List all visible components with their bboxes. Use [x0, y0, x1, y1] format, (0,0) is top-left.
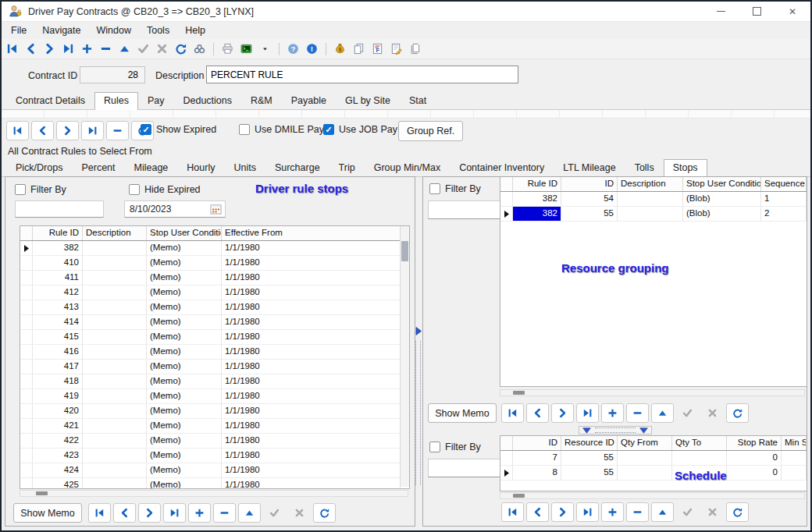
column-header-description[interactable]: Description	[618, 177, 683, 191]
tab-r-m[interactable]: R&M	[241, 92, 282, 109]
grid-cell[interactable]: 1/1/1980	[222, 286, 401, 300]
grid-cell[interactable]	[83, 330, 147, 344]
grid-cell[interactable]: 416	[33, 345, 83, 359]
grid-cell[interactable]	[83, 241, 147, 255]
column-header-stop-user-condition[interactable]: Stop User Condition	[147, 226, 222, 240]
grid-cell[interactable]: (Memo)	[147, 300, 222, 314]
cancel-button[interactable]	[288, 503, 311, 523]
delete-button[interactable]	[106, 121, 129, 140]
grid-cell[interactable]	[83, 256, 147, 270]
grid-cell[interactable]: 1/1/1980	[222, 241, 401, 255]
table-row[interactable]: 411(Memo)1/1/1980	[20, 271, 401, 286]
grid-cell[interactable]	[83, 345, 147, 359]
prior-button[interactable]	[113, 503, 136, 523]
grid-cell[interactable]: 415	[33, 330, 83, 344]
grid-cell[interactable]	[618, 451, 672, 465]
tab-pay[interactable]: Pay	[138, 92, 174, 109]
tab-trip[interactable]: Trip	[329, 159, 365, 176]
grid-cell[interactable]: 382	[513, 192, 561, 206]
grid-cell[interactable]: (Memo)	[147, 434, 222, 448]
grid-cell[interactable]	[83, 315, 147, 329]
first-button[interactable]	[501, 403, 524, 423]
tab-hourly[interactable]: Hourly	[177, 159, 224, 176]
cancel-button[interactable]	[701, 403, 724, 423]
tab-ltl-mileage[interactable]: LTL Mileage	[554, 159, 625, 176]
minimize-button[interactable]	[703, 2, 739, 21]
grid-cell[interactable]: 411	[33, 271, 83, 285]
grid-cell[interactable]	[672, 451, 727, 465]
grid-cell[interactable]	[83, 374, 147, 388]
grid-cell[interactable]: 410	[33, 256, 83, 270]
refresh-button[interactable]	[726, 403, 749, 423]
duplicate-icon[interactable]	[408, 42, 422, 55]
tab-pick-drops[interactable]: Pick/Drops	[6, 159, 72, 176]
grid-cell[interactable]: 0	[727, 466, 782, 480]
table-row[interactable]: 413(Memo)1/1/1980	[20, 300, 401, 315]
splitter-collapse-right-icon[interactable]	[415, 325, 422, 339]
tab-contract-details[interactable]: Contract Details	[6, 92, 94, 109]
description-field[interactable]	[206, 66, 518, 83]
column-header-id[interactable]: ID	[513, 436, 561, 450]
use-job-pay-checkbox[interactable]: Use JOB Pay	[323, 124, 397, 135]
grid-cell[interactable]	[83, 419, 147, 433]
grid-cell[interactable]: 0	[727, 451, 782, 465]
last-icon[interactable]	[62, 42, 75, 55]
table-row[interactable]: 421(Memo)1/1/1980	[20, 419, 401, 434]
grid-cell[interactable]: 1	[761, 192, 807, 206]
column-header-stop-user-condition[interactable]: Stop User Condition	[683, 177, 761, 191]
edit-memo-icon[interactable]	[390, 42, 403, 55]
menu-item-help[interactable]: Help	[177, 25, 213, 36]
grid-cell[interactable]: 1/1/1980	[222, 360, 401, 374]
copy-icon[interactable]	[352, 42, 365, 55]
grid-cell[interactable]: 424	[33, 463, 83, 477]
help-icon[interactable]: ?	[287, 42, 300, 55]
cancel-button[interactable]	[701, 502, 724, 522]
move-up-icon[interactable]	[118, 42, 131, 55]
grid-cell[interactable]: 1/1/1980	[222, 389, 401, 403]
grid-cell[interactable]	[782, 451, 807, 465]
move-up-button[interactable]	[238, 503, 261, 523]
console-icon[interactable]	[240, 42, 253, 55]
tab-tolls[interactable]: Tolls	[625, 159, 664, 176]
grid-cell[interactable]: 423	[33, 449, 83, 463]
grid-cell[interactable]: (Memo)	[147, 360, 222, 374]
tab-container-inventory[interactable]: Container Inventory	[450, 159, 554, 176]
tab-deductions[interactable]: Deductions	[173, 92, 241, 109]
menu-item-tools[interactable]: Tools	[139, 25, 177, 36]
scrollbar-thumb[interactable]	[401, 241, 408, 261]
grid-cell[interactable]: (Blob)	[683, 207, 761, 221]
grid-cell[interactable]	[782, 466, 807, 480]
right-bottom-filter-input[interactable]	[428, 459, 509, 477]
grid-cell[interactable]	[83, 463, 147, 477]
grid-cell[interactable]: (Memo)	[147, 241, 222, 255]
column-header-effective-from[interactable]: Effective From	[222, 226, 401, 240]
grid-cell[interactable]: 1/1/1980	[222, 404, 401, 418]
last-button[interactable]	[576, 403, 599, 423]
tab-units[interactable]: Units	[224, 159, 265, 176]
table-row[interactable]: 418(Memo)1/1/1980	[20, 374, 401, 389]
grid-cell[interactable]: 1/1/1980	[222, 419, 401, 433]
grid-cell[interactable]: 1/1/1980	[222, 271, 401, 285]
next-button[interactable]	[138, 503, 161, 523]
prior-icon[interactable]	[24, 42, 37, 55]
grid-cell[interactable]: 418	[33, 374, 83, 388]
column-header-rule-id[interactable]: Rule ID	[513, 177, 561, 191]
grid-cell[interactable]	[83, 286, 147, 300]
table-row[interactable]: 38255(Blob)2	[500, 207, 807, 222]
table-row[interactable]: 38254(Blob)1	[500, 192, 807, 207]
grid-cell[interactable]	[83, 389, 147, 403]
column-header-id[interactable]: ID	[561, 177, 618, 191]
grid-cell[interactable]: 1/1/1980	[222, 374, 401, 388]
insert-button[interactable]	[601, 502, 624, 522]
prior-button[interactable]	[31, 121, 54, 140]
grid-cell[interactable]: (Memo)	[147, 449, 222, 463]
grid-cell[interactable]: 425	[33, 478, 83, 489]
column-header-qty-to[interactable]: Qty To	[672, 436, 727, 450]
insert-button[interactable]	[188, 503, 211, 523]
post-button[interactable]	[676, 403, 699, 423]
lookup-icon[interactable]	[193, 42, 206, 55]
menu-item-window[interactable]: Window	[89, 25, 139, 36]
report-icon[interactable]: F	[371, 42, 384, 55]
scrollbar-thumb[interactable]	[36, 491, 48, 495]
grid-cell[interactable]	[83, 449, 147, 463]
